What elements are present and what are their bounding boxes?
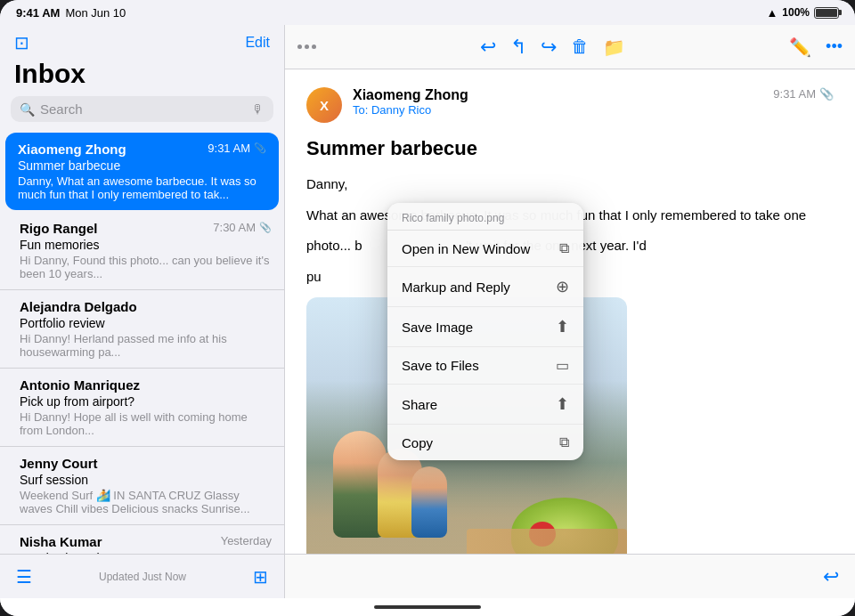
email-detail: ↩ ↰ ↪ 🗑 📁 ✏️ ••• X Xiaomeng Zhong T <box>285 25 855 598</box>
status-bar: 9:41 AM Mon Jun 10 ▲ 100% <box>0 0 855 25</box>
email-subject-5: Surf session <box>20 473 272 487</box>
save-image-icon: ⬆ <box>556 317 569 336</box>
email-sender-2: Rigo Rangel <box>20 221 98 236</box>
email-subject-3: Portfolio review <box>20 316 272 330</box>
wifi-icon: ▲ <box>766 6 778 20</box>
email-item-5[interactable]: Jenny Court Surf session Weekend Surf 🏄 … <box>0 447 284 525</box>
compose-button[interactable]: ✏️ <box>789 36 811 58</box>
edit-button[interactable]: Edit <box>245 35 270 51</box>
search-icon: 🔍 <box>20 102 35 117</box>
attachment-icon-2: 📎 <box>259 222 272 233</box>
copy-label: Copy <box>402 435 433 450</box>
search-bar[interactable]: 🔍 Search 🎙 <box>11 96 273 122</box>
context-menu-filename: Rico family photo.png <box>387 203 583 231</box>
filter-icon[interactable]: ☰ <box>16 566 32 588</box>
email-list: Xiaomeng Zhong 9:31 AM 📎 Summer barbecue… <box>0 131 284 554</box>
open-new-window-icon: ⧉ <box>559 240 569 256</box>
email-time-6: Yesterday <box>221 534 272 547</box>
status-right: ▲ 100% <box>766 6 839 20</box>
email-sender-1: Xiaomeng Zhong <box>18 142 126 157</box>
email-preview-5: Weekend Surf 🏄 IN SANTA CRUZ Glassy wave… <box>20 489 272 515</box>
email-sender-5: Jenny Court <box>20 456 98 471</box>
sender-name: Xiaomeng Zhong <box>353 87 762 103</box>
email-meta: Xiaomeng Zhong To: Danny Rico <box>353 87 762 117</box>
attachment-icon-1: 📎 <box>254 142 266 154</box>
email-sender-4: Antonio Manriquez <box>20 377 140 393</box>
email-subject-6: Sunday brunch <box>20 551 272 554</box>
toolbar-dots <box>297 45 316 49</box>
email-item-3[interactable]: Alejandra Delgado Portfolio review Hi Da… <box>0 290 284 369</box>
sender-avatar: X <box>306 87 342 123</box>
context-menu-save-to-files[interactable]: Save to Files ▭ <box>387 347 583 385</box>
home-line <box>374 605 481 609</box>
inbox-title: Inbox <box>0 57 284 96</box>
context-menu-markup-reply[interactable]: Markup and Reply ⊕ <box>387 267 583 307</box>
status-date: Mon Jun 10 <box>65 6 126 20</box>
email-subject-4: Pick up from airport? <box>20 394 272 409</box>
context-menu-share[interactable]: Share ⬆ <box>387 385 583 425</box>
status-time: 9:41 AM <box>16 6 60 20</box>
email-detail-header: X Xiaomeng Zhong To: Danny Rico 9:31 AM … <box>306 87 834 123</box>
sidebar-footer: ☰ Updated Just Now ⊞ <box>0 554 284 598</box>
email-preview-2: Hi Danny, Found this photo... can you be… <box>20 254 272 280</box>
toolbar-actions: ↩ ↰ ↪ 🗑 📁 <box>480 36 625 59</box>
home-indicator <box>0 598 855 616</box>
email-subject-large: Summer barbecue <box>306 137 834 160</box>
context-menu-save-image[interactable]: Save Image ⬆ <box>387 307 583 347</box>
markup-reply-icon: ⊕ <box>556 277 569 296</box>
search-placeholder: Search <box>40 101 247 117</box>
email-preview-1: Danny, What an awesome barbecue. It was … <box>18 174 266 201</box>
context-menu-copy[interactable]: Copy ⧉ <box>387 425 583 460</box>
email-body-greeting: Danny, <box>306 174 834 195</box>
open-new-window-label: Open in New Window <box>402 241 530 256</box>
footer-reply-button[interactable]: ↩ <box>823 565 839 588</box>
save-image-label: Save Image <box>402 320 473 335</box>
email-preview-4: Hi Danny! Hope all is well with coming h… <box>20 410 272 437</box>
context-menu-open-new-window[interactable]: Open in New Window ⧉ <box>387 231 583 267</box>
email-subject-1: Summer barbecue <box>18 158 266 173</box>
detail-footer: ↩ <box>285 554 855 598</box>
more-button[interactable]: ••• <box>826 37 843 56</box>
save-to-files-label: Save to Files <box>402 358 479 373</box>
toolbar-right: ✏️ ••• <box>789 36 843 58</box>
email-item-4[interactable]: Antonio Manriquez Pick up from airport? … <box>0 369 284 447</box>
move-folder-button[interactable]: 📁 <box>603 36 625 58</box>
detail-toolbar: ↩ ↰ ↪ 🗑 📁 ✏️ ••• <box>285 25 855 69</box>
update-status: Updated Just Now <box>99 571 186 583</box>
mic-icon[interactable]: 🎙 <box>252 102 265 117</box>
share-icon: ⬆ <box>556 394 569 414</box>
attachment-indicator: 📎 <box>819 87 834 101</box>
email-detail-time: 9:31 AM 📎 <box>773 87 834 101</box>
share-label: Share <box>402 397 437 412</box>
email-subject-2: Fun memories <box>20 238 272 252</box>
sidebar-toggle-button[interactable]: ⊡ <box>14 32 29 53</box>
battery-percent: 100% <box>782 6 810 19</box>
battery-icon <box>814 7 839 19</box>
email-item-1[interactable]: Xiaomeng Zhong 9:31 AM 📎 Summer barbecue… <box>5 133 279 210</box>
copy-icon: ⧉ <box>559 434 569 450</box>
recipient-line: To: Danny Rico <box>353 103 762 117</box>
reply-button[interactable]: ↩ <box>480 36 496 59</box>
email-time-2: 7:30 AM <box>213 221 256 234</box>
forward-button[interactable]: ↪ <box>541 36 557 59</box>
sidebar: ⊡ Edit Inbox 🔍 Search 🎙 Xiaomeng Zhong 9… <box>0 25 285 598</box>
email-preview-3: Hi Danny! Herland passed me info at his … <box>20 332 272 359</box>
sidebar-header: ⊡ Edit <box>0 25 284 57</box>
email-item-2[interactable]: Rigo Rangel 7:30 AM 📎 Fun memories Hi Da… <box>0 212 284 290</box>
email-item-6[interactable]: Nisha Kumar Yesterday Sunday brunch Hey … <box>0 525 284 554</box>
save-to-files-icon: ▭ <box>556 357 569 374</box>
trash-button[interactable]: 🗑 <box>571 36 589 57</box>
email-sender-3: Alejandra Delgado <box>20 299 137 314</box>
email-time-1: 9:31 AM <box>208 142 250 155</box>
email-sender-6: Nisha Kumar <box>20 534 102 549</box>
markup-reply-label: Markup and Reply <box>402 280 510 295</box>
context-menu[interactable]: Rico family photo.png Open in New Window… <box>387 203 583 460</box>
ipad-frame: 9:41 AM Mon Jun 10 ▲ 100% ⊡ Edit Inbox 🔍… <box>0 0 855 616</box>
layout-icon[interactable]: ⊞ <box>253 566 268 588</box>
main-content: ⊡ Edit Inbox 🔍 Search 🎙 Xiaomeng Zhong 9… <box>0 25 855 598</box>
reply-all-button[interactable]: ↰ <box>510 36 526 59</box>
